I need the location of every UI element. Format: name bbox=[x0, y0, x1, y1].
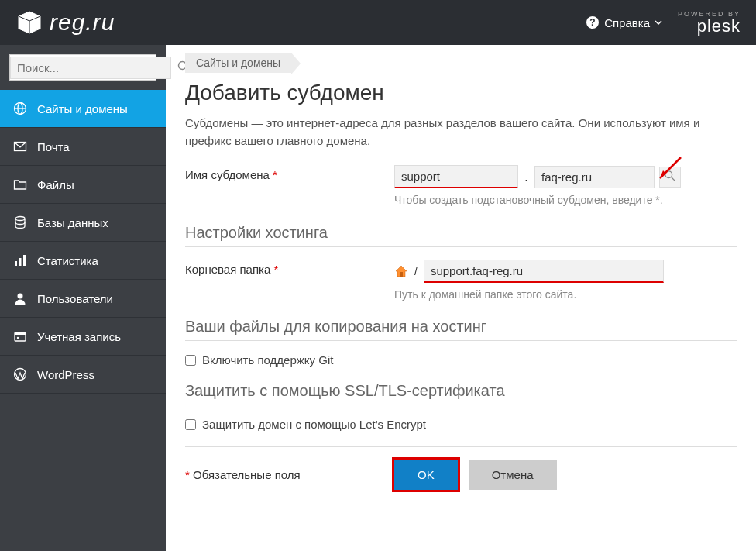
chevron-down-icon bbox=[655, 20, 662, 25]
sidebar-item-2[interactable]: Файлы bbox=[0, 166, 166, 204]
sidebar-item-6[interactable]: Учетная запись bbox=[0, 318, 166, 356]
sidebar: Сайты и доменыПочтаФайлыБазы данныхСтати… bbox=[0, 45, 166, 551]
account-icon bbox=[12, 329, 28, 344]
svg-rect-9 bbox=[15, 261, 17, 266]
sidebar-item-7[interactable]: WordPress bbox=[0, 356, 166, 394]
sidebar-item-label: WordPress bbox=[37, 368, 94, 381]
subdomain-label: Имя субдомена * bbox=[185, 165, 394, 181]
wordpress-icon bbox=[12, 367, 28, 382]
sidebar-item-label: Пользователи bbox=[37, 292, 113, 305]
root-hint: Путь к домашней папке этого сайта. bbox=[394, 288, 737, 303]
logo-text: reg.ru bbox=[50, 9, 115, 36]
hosting-heading: Настройки хостинга bbox=[185, 224, 737, 247]
sidebar-item-label: Почта bbox=[37, 140, 70, 153]
sidebar-item-label: Сайты и домены bbox=[37, 102, 128, 115]
svg-point-12 bbox=[18, 294, 23, 299]
page-description: Субдомены — это интернет-адреса для разн… bbox=[185, 115, 737, 150]
letsencrypt-checkbox-row[interactable]: Защитить домен с помощью Let's Encrypt bbox=[185, 418, 737, 431]
root-slash: / bbox=[414, 265, 418, 277]
header-right: ? Справка POWERED BY plesk bbox=[586, 11, 741, 35]
files-heading: Ваши файлы для копирования на хостинг bbox=[185, 318, 737, 341]
git-label: Включить поддержку Git bbox=[202, 353, 333, 367]
page-title: Добавить субдомен bbox=[185, 81, 737, 105]
subdomain-input[interactable] bbox=[394, 165, 518, 188]
sidebar-item-label: Файлы bbox=[37, 178, 74, 191]
sidebar-item-4[interactable]: Статистика bbox=[0, 242, 166, 280]
root-row: Корневая папка * / Путь к домашней папке… bbox=[185, 260, 737, 303]
sidebar-item-3[interactable]: Базы данных bbox=[0, 204, 166, 242]
svg-point-8 bbox=[15, 217, 25, 221]
dot-separator: . bbox=[523, 169, 530, 185]
nav: Сайты и доменыПочтаФайлыБазы данныхСтати… bbox=[0, 90, 166, 394]
letsencrypt-label: Защитить домен с помощью Let's Encrypt bbox=[202, 418, 426, 431]
svg-rect-10 bbox=[19, 258, 22, 266]
sidebar-item-5[interactable]: Пользователи bbox=[0, 280, 166, 318]
search-input[interactable] bbox=[10, 57, 171, 79]
ok-button[interactable]: OK bbox=[394, 460, 458, 490]
powered-brand: plesk bbox=[678, 18, 741, 35]
content: Сайты и домены Добавить субдомен Субдоме… bbox=[166, 45, 756, 551]
help-icon: ? bbox=[586, 15, 600, 29]
required-mark: * bbox=[273, 263, 278, 276]
powered-by: POWERED BY plesk bbox=[678, 11, 741, 35]
root-folder-input[interactable] bbox=[424, 260, 664, 283]
globe-icon bbox=[12, 101, 28, 116]
sidebar-item-label: Базы данных bbox=[37, 216, 108, 229]
svg-rect-21 bbox=[400, 272, 403, 277]
mail-icon bbox=[12, 139, 28, 154]
git-checkbox[interactable] bbox=[185, 355, 196, 366]
stats-icon bbox=[12, 253, 28, 268]
sidebar-item-label: Статистика bbox=[37, 254, 98, 267]
sidebar-item-label: Учетная запись bbox=[37, 330, 121, 343]
search-box[interactable] bbox=[9, 54, 156, 81]
required-mark: * bbox=[273, 168, 277, 181]
breadcrumb[interactable]: Сайты и домены bbox=[185, 53, 291, 73]
help-label: Справка bbox=[604, 16, 650, 29]
letsencrypt-checkbox[interactable] bbox=[185, 419, 196, 430]
logo[interactable]: reg.ru bbox=[15, 9, 115, 36]
home-icon bbox=[394, 264, 408, 278]
svg-rect-11 bbox=[23, 255, 26, 266]
logo-box-icon bbox=[15, 10, 43, 35]
folder-icon bbox=[12, 177, 28, 192]
cancel-button[interactable]: Отмена bbox=[469, 460, 557, 490]
help-link[interactable]: ? Справка bbox=[586, 15, 662, 29]
domain-input[interactable] bbox=[534, 166, 655, 188]
ssl-heading: Защитить с помощью SSL/TLS-сертификата bbox=[185, 382, 737, 405]
git-checkbox-row[interactable]: Включить поддержку Git bbox=[185, 353, 737, 367]
database-icon bbox=[12, 215, 28, 230]
svg-point-15 bbox=[17, 337, 19, 339]
sidebar-item-1[interactable]: Почта bbox=[0, 128, 166, 166]
sidebar-item-0[interactable]: Сайты и домены bbox=[0, 90, 166, 128]
root-label: Корневая папка * bbox=[185, 260, 394, 276]
required-note: * Обязательные поля bbox=[185, 468, 394, 481]
annotation-arrow-icon bbox=[654, 153, 685, 184]
svg-rect-14 bbox=[15, 332, 26, 335]
svg-text:?: ? bbox=[589, 17, 595, 28]
top-header: reg.ru ? Справка POWERED BY plesk bbox=[0, 0, 756, 45]
subdomain-hint: Чтобы создать подстановочный субдомен, в… bbox=[394, 193, 737, 208]
form-footer: * Обязательные поля OK Отмена bbox=[185, 446, 737, 490]
user-icon bbox=[12, 291, 28, 306]
